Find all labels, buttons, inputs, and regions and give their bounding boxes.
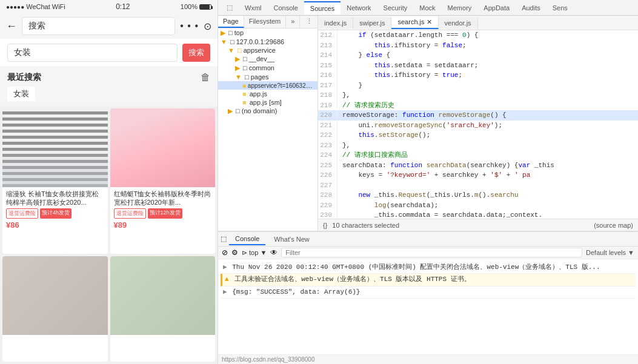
- console-msg-0: ▶ Thu Nov 26 2020 00:12:40 GMT+0800 (中国标…: [221, 262, 636, 274]
- console-settings-icon[interactable]: ⚙: [231, 248, 238, 257]
- console-output: ▶ Thu Nov 26 2020 00:12:40 GMT+0800 (中国标…: [218, 259, 638, 354]
- selection-info: 10 characters selected: [332, 222, 399, 229]
- tree-item-appservice-file[interactable]: ■ appservice?t=160632079496...: [218, 81, 317, 90]
- code-tab-search[interactable]: search.js ✕: [391, 16, 438, 29]
- more-menu-button[interactable]: • • •: [180, 21, 199, 31]
- tab-elements[interactable]: ⬚: [221, 1, 239, 14]
- top-search-input: 搜索: [22, 17, 175, 35]
- code-line-219: 219 // 请求搜索历史: [318, 101, 638, 111]
- format-icon[interactable]: {}: [323, 222, 327, 229]
- product-image-3: [110, 256, 216, 335]
- tree-item-dev[interactable]: ▶ □ __dev__: [218, 55, 317, 64]
- status-right: 100%: [181, 3, 211, 10]
- console-toolbar: ⊘ ⚙ ⊳ top ▼ 👁 Default levels ▼: [218, 247, 638, 259]
- code-line-220: 220 removeStorage: function removeStorag…: [318, 110, 638, 121]
- code-line-216: 216 this.ifhistory = true;: [318, 70, 638, 81]
- console-msg-text-2: {msg: "SUCCESS", data: Array(6)}: [232, 288, 360, 296]
- tree-item-nodomain[interactable]: ▶ □ (no domain): [218, 107, 317, 116]
- carrier-label: WeChat: [26, 3, 50, 10]
- ft-tab-filesystem[interactable]: Filesystem: [244, 16, 287, 28]
- product-title-0: 缩漫狄 长袖T恤女条纹拼接宽松纯棉半高领打底衫女2020...: [6, 190, 104, 207]
- product-card-2[interactable]: [2, 256, 108, 362]
- code-line-226: 226 keys = '?keyword=' + searchkey + '$'…: [318, 170, 638, 180]
- console-tabs: ⬚ Console What's New: [218, 232, 638, 247]
- console-panel: ⬚ Console What's New ⊘ ⚙ ⊳ top ▼ 👁 Defau…: [218, 231, 638, 364]
- tab-mock[interactable]: Mock: [413, 2, 441, 14]
- wifi-icon: WiFi: [52, 3, 65, 10]
- tab-whats-new[interactable]: What's New: [268, 234, 315, 245]
- top-context-selector[interactable]: ⊳ top ▼: [242, 249, 267, 257]
- console-msg-text-1: 工具未验证合法域名、web-view（业务域名）、TLS 版本以及 HTTPS …: [234, 276, 470, 283]
- product-price-0: ¥86: [6, 220, 104, 230]
- ft-add-folder[interactable]: ⋮: [301, 16, 317, 28]
- tree-item-common[interactable]: ▶ □ common: [218, 64, 317, 73]
- tree-item-appservice[interactable]: ▼ □ appservice: [218, 46, 317, 55]
- sources-layout: Page Filesystem » ⋮ ▶ □ top ▼ □ 127.0.0.…: [218, 16, 638, 231]
- code-line-215: 215 this.setdata = setdataarr;: [318, 61, 638, 71]
- code-tab-vendor[interactable]: vendor.js: [439, 18, 478, 28]
- source-map-label: (source map): [594, 222, 633, 229]
- mobile-wechat-panel: ●●●●● WeChat WiFi 0:12 100% ← 搜索 • • • ⊙…: [0, 0, 218, 364]
- tag-free-shipping-1: 退货运费险: [114, 208, 146, 219]
- code-content[interactable]: 212 if (setdataarr.length === 0) { 213 t…: [318, 30, 638, 219]
- recent-tag-女装[interactable]: 女装: [7, 87, 35, 101]
- signal-icon: ●●●●●: [6, 4, 24, 10]
- code-editor-panel: index.js swiper.js search.js ✕ vendor.js…: [318, 16, 638, 231]
- console-msg-2: ▶ {msg: "SUCCESS", data: Array(6)}: [221, 286, 636, 299]
- code-line-213: 213 this.ifhistory = false;: [318, 41, 638, 51]
- file-tree-tabs: Page Filesystem » ⋮: [218, 16, 317, 28]
- tag-delivery-1: 预计12h发货: [148, 208, 182, 219]
- tree-item-localhost[interactable]: ▼ □ 127.0.0.1:29686: [218, 38, 317, 46]
- code-line-222: 222 this.setStorage();: [318, 130, 638, 141]
- console-msg-1: ▲ 工具未验证合法域名、web-view（业务域名）、TLS 版本以及 HTTP…: [221, 274, 636, 286]
- console-filter-input[interactable]: [281, 248, 582, 257]
- ft-tab-page[interactable]: Page: [218, 16, 244, 28]
- product-card-1[interactable]: 红蜻蜓T恤女长袖韩版秋冬季时尚宽松打底衫2020年新... 退货运费险 预计12…: [110, 108, 216, 254]
- product-info-2: [2, 335, 108, 339]
- expand-arrow-0[interactable]: ▶: [223, 263, 227, 271]
- tab-console[interactable]: Console: [229, 233, 265, 245]
- eye-icon[interactable]: 👁: [270, 248, 277, 257]
- back-button[interactable]: ←: [6, 20, 17, 33]
- clear-history-button[interactable]: 🗑: [201, 72, 210, 83]
- recent-searches-section: 最近搜索 🗑 女装: [0, 67, 218, 106]
- log-level-selector[interactable]: Default levels ▼: [586, 249, 634, 256]
- ft-tab-more[interactable]: »: [286, 16, 300, 28]
- search-button[interactable]: 搜索: [182, 44, 210, 62]
- tab-appdata[interactable]: AppData: [477, 2, 516, 14]
- tab-network[interactable]: Network: [341, 2, 377, 14]
- product-info-0: 缩漫狄 长袖T恤女条纹拼接宽松纯棉半高领打底衫女2020... 退货运费险 预计…: [2, 187, 108, 231]
- mic-icon[interactable]: ⊙: [204, 21, 211, 32]
- product-tags-1: 退货运费险 预计12h发货: [114, 208, 212, 219]
- tree-item-pages[interactable]: ▼ □ pages: [218, 73, 317, 81]
- top-search-placeholder: 搜索: [28, 21, 45, 30]
- search-input[interactable]: [7, 44, 178, 62]
- tab-memory[interactable]: Memory: [442, 2, 478, 14]
- sources-status-bar: {} 10 characters selected (source map): [318, 219, 638, 231]
- product-info-1: 红蜻蜓T恤女长袖韩版秋冬季时尚宽松打底衫2020年新... 退货运费险 预计12…: [110, 187, 216, 231]
- product-card-3[interactable]: [110, 256, 216, 362]
- search-top-bar: ← 搜索 • • • ⊙: [0, 13, 218, 39]
- tab-sources[interactable]: Sources: [304, 1, 341, 15]
- product-card-0[interactable]: 缩漫狄 长袖T恤女条纹拼接宽松纯棉半高领打底衫女2020... 退货运费险 预计…: [2, 108, 108, 254]
- code-tab-swiper[interactable]: swiper.js: [353, 18, 391, 28]
- tree-item-appjs[interactable]: ■ app.js: [218, 90, 317, 98]
- tab-audits[interactable]: Audits: [516, 2, 547, 14]
- devtools-main-tabs: ⬚ Wxml Console Sources Network Security …: [218, 0, 638, 16]
- tree-item-appjs-sm[interactable]: ■ app.js [sm]: [218, 98, 317, 107]
- product-image-0: [2, 108, 108, 187]
- expand-arrow-2[interactable]: ▶: [223, 288, 227, 296]
- code-tab-index[interactable]: index.js: [318, 18, 353, 28]
- tab-security[interactable]: Security: [377, 2, 414, 14]
- tab-console-top[interactable]: Console: [268, 2, 304, 14]
- tag-free-shipping-0: 退货运费险: [6, 208, 38, 219]
- product-info-3: [110, 335, 216, 339]
- code-line-217: 217 }: [318, 81, 638, 91]
- tab-wxml[interactable]: Wxml: [239, 2, 268, 14]
- code-line-227: 227: [318, 180, 638, 191]
- clear-console-icon[interactable]: ⊘: [222, 248, 228, 257]
- tab-sens[interactable]: Sens: [547, 2, 574, 14]
- tree-item-top[interactable]: ▶ □ top: [218, 28, 317, 38]
- code-line-218: 218 },: [318, 90, 638, 101]
- devtools-panel: ⬚ Wxml Console Sources Network Security …: [218, 0, 638, 364]
